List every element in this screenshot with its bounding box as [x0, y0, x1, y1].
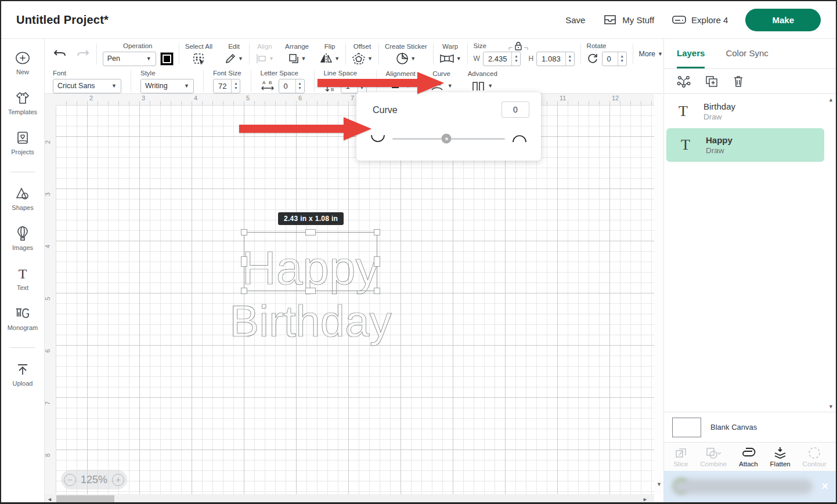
letter-space-input[interactable]: 0 ▲▼: [279, 79, 305, 93]
width-input[interactable]: 2.435 ▲▼: [483, 52, 521, 66]
layer-list: T Birthday Draw T Happy Draw: [664, 95, 827, 412]
my-stuff-button[interactable]: My Stuff: [603, 12, 654, 27]
slice-button[interactable]: Slice: [673, 447, 688, 467]
sidebar-item-images[interactable]: Images: [12, 226, 33, 251]
vertical-ruler: 2 3 4 5 6 7 8: [45, 94, 56, 494]
attach-icon: [741, 447, 756, 459]
sidebar-item-upload[interactable]: Upload: [13, 362, 33, 387]
layer-row-birthday[interactable]: T Birthday Draw: [664, 95, 827, 128]
font-select[interactable]: Cricut Sans▼: [53, 79, 121, 93]
letter-space-stepper[interactable]: ▲▼: [295, 79, 304, 93]
advanced-button[interactable]: ▼: [472, 79, 493, 92]
selection-handle[interactable]: [241, 229, 247, 235]
rotate-stepper[interactable]: ▲▼: [618, 52, 626, 66]
zoom-in-button[interactable]: +: [112, 474, 124, 486]
selection-handle[interactable]: [241, 288, 247, 294]
blank-canvas-label: Blank Canvas: [710, 423, 757, 432]
horizontal-scroll-thumb[interactable]: [56, 495, 114, 502]
curve-slider-track[interactable]: [392, 138, 505, 140]
curve-slider-handle[interactable]: [442, 134, 452, 144]
attach-button[interactable]: Attach: [739, 447, 758, 467]
project-card-icon: [15, 130, 30, 146]
upload-icon: [15, 362, 30, 377]
layer-list-scrollbar[interactable]: ▲ ▼: [828, 97, 835, 409]
flip-button[interactable]: ▼: [320, 52, 340, 65]
height-stepper[interactable]: ▲▼: [565, 52, 574, 66]
sidebar-item-monogram[interactable]: Monogram: [8, 306, 38, 331]
more-button[interactable]: More▼: [639, 50, 663, 58]
operation-select[interactable]: Pen▼: [103, 52, 156, 66]
design-canvas[interactable]: 2 3 4 5 6 7 8 9 10 11 12 2 3 4 5 6 7 8 H…: [45, 94, 654, 494]
style-select[interactable]: Writing▼: [140, 79, 194, 93]
color-swatch[interactable]: [161, 53, 173, 65]
zoom-out-button[interactable]: −: [64, 474, 76, 486]
selection-handle[interactable]: [374, 229, 380, 235]
undo-button[interactable]: [52, 48, 67, 60]
delete-icon[interactable]: [733, 75, 744, 88]
canvas-color-swatch[interactable]: [672, 418, 701, 437]
slice-icon: [674, 447, 688, 459]
scroll-left-arrow[interactable]: ◄: [47, 496, 52, 502]
letter-space-icon: AB: [261, 79, 275, 92]
horizontal-ruler: 2 3 4 5 6 7 8 9 10 11 12: [56, 94, 654, 106]
text-icon: T: [15, 266, 30, 281]
curve-value-input[interactable]: 0: [502, 101, 529, 118]
balloon-icon: [15, 226, 30, 241]
sidebar-item-projects[interactable]: Projects: [11, 130, 34, 155]
vertical-scrollbar[interactable]: ▼: [654, 94, 663, 494]
combine-button[interactable]: Combine: [700, 447, 727, 467]
font-size-group: Font Size 72 ▲▼: [213, 70, 241, 93]
selection-handle[interactable]: [305, 288, 316, 294]
create-sticker-group: Create Sticker ▼: [385, 43, 427, 65]
sidebar-item-templates[interactable]: Templates: [8, 90, 37, 115]
top-bar: Untitled Project* Save My Stuff Explore …: [1, 1, 836, 39]
toast-close-icon[interactable]: ✕: [821, 481, 829, 492]
contour-button[interactable]: Contour: [803, 447, 827, 467]
selection-handle[interactable]: [305, 229, 316, 235]
sidebar-item-shapes[interactable]: Shapes: [12, 186, 33, 211]
create-sticker-button[interactable]: ▼: [396, 52, 416, 65]
selection-box[interactable]: [244, 232, 377, 291]
height-input[interactable]: 1.083 ▲▼: [536, 52, 575, 66]
arrange-button[interactable]: ▼: [288, 52, 306, 65]
offset-button[interactable]: ▼: [352, 52, 373, 65]
select-all-button[interactable]: [192, 52, 205, 65]
sidebar-item-text[interactable]: T Text: [15, 266, 30, 291]
warp-button[interactable]: ▼: [439, 52, 461, 65]
curve-popup: Curve 0: [356, 92, 541, 161]
scroll-down-arrow[interactable]: ▼: [656, 481, 662, 487]
layer-row-happy[interactable]: T Happy Draw: [666, 128, 824, 162]
project-title[interactable]: Untitled Project*: [16, 13, 109, 27]
duplicate-icon[interactable]: [705, 75, 719, 88]
selection-handle[interactable]: [374, 256, 380, 267]
size-lock-icon[interactable]: [508, 42, 528, 51]
save-button[interactable]: Save: [565, 15, 585, 25]
make-button[interactable]: Make: [745, 9, 821, 31]
flatten-button[interactable]: Flatten: [770, 447, 791, 467]
align-button[interactable]: ▼: [255, 52, 274, 65]
rotate-input[interactable]: 0 ▲▼: [602, 52, 627, 66]
rotate-icon[interactable]: [587, 53, 598, 64]
font-size-input[interactable]: 72 ▲▼: [213, 79, 240, 93]
redo-button[interactable]: [75, 48, 91, 60]
sidebar-item-new[interactable]: New: [15, 50, 30, 75]
width-stepper[interactable]: ▲▼: [511, 52, 520, 66]
tab-color-sync[interactable]: Color Sync: [726, 39, 768, 68]
edit-button[interactable]: ▼: [225, 52, 243, 65]
layer-scroll-up[interactable]: ▲: [828, 97, 834, 103]
selection-handle[interactable]: [374, 288, 380, 294]
operation-group: Operation Pen▼: [103, 42, 173, 66]
panel-tabs: Layers Color Sync: [664, 39, 836, 69]
horizontal-scrollbar[interactable]: ◄ ►: [45, 494, 654, 503]
tab-layers[interactable]: Layers: [677, 39, 705, 68]
annotation-arrow-popup-slider: [239, 116, 373, 142]
explore-button[interactable]: Explore 4: [672, 12, 728, 27]
advanced-group: Advanced ▼: [468, 70, 497, 92]
canvas-text-birthday[interactable]: Birthday: [230, 296, 392, 346]
font-size-stepper[interactable]: ▲▼: [231, 79, 240, 93]
layer-scroll-down[interactable]: ▼: [828, 404, 834, 409]
tshirt-icon: [15, 90, 30, 106]
group-icon[interactable]: [677, 75, 691, 88]
scroll-right-arrow[interactable]: ►: [643, 496, 648, 502]
selection-handle[interactable]: [241, 256, 247, 267]
